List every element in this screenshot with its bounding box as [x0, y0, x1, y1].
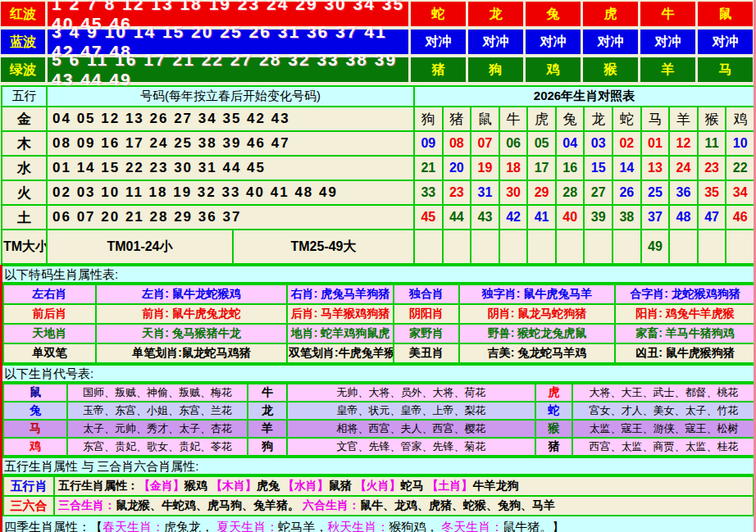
text-segment: 蛇马羊， — [278, 520, 327, 532]
zodiac-number-cell: 13 — [641, 156, 670, 180]
zodiac-number-cell: 41 — [527, 205, 556, 230]
zodiac-header-cell: 羊 — [669, 107, 698, 131]
main-zodiac-table: 五行 号码(每年按立春后开始变化号码) 2026年生肖对照表 金 04 05 1… — [1, 85, 755, 265]
tm-zodiac-cell — [698, 230, 726, 264]
text-segment: 虎兔龙， — [164, 520, 216, 532]
element-label: 水 — [2, 156, 47, 180]
element-numbers: 04 05 12 13 26 27 34 35 42 43 — [47, 107, 414, 131]
text-segment: 猴鸡 — [184, 479, 211, 492]
attr-value: 后肖: 马羊猴鸡狗猪 — [287, 304, 394, 324]
zodiac-header-cell: 猴 — [698, 107, 726, 131]
attr-value: 独字肖: 鼠牛虎兔马羊 — [459, 284, 615, 304]
tm-zodiac-cell — [471, 230, 499, 264]
zodiac-header-cell: 牛 — [499, 107, 528, 131]
code-names: 太子、元帅、秀才、太子、杏花 — [67, 420, 248, 438]
attr-label: 阴阳肖 — [394, 304, 459, 324]
zodiac-header-cell: 狗 — [414, 107, 443, 131]
zodiac-number-cell: 11 — [698, 131, 726, 156]
zodiac-number-cell: 06 — [499, 131, 528, 156]
zodiac-number-cell: 23 — [698, 156, 726, 180]
text-segment: 春天生肖： — [102, 520, 164, 532]
zodiac-header-cell: 鼠 — [471, 107, 499, 131]
clash-cell: 对冲 — [698, 30, 753, 54]
zodiac-number-cell: 15 — [584, 156, 613, 180]
attr-row-strokes: 单双笔 单笔划肖:鼠龙蛇马鸡猪 双笔划肖:牛虎兔羊猴狗 美丑肖 吉美: 兔龙蛇马… — [3, 343, 755, 363]
code-row: 马 太子、元帅、秀才、太子、杏花 羊 相将、西宫、夫人、西宫、樱花 猴 太监、寇… — [3, 420, 755, 438]
red-wave-zodiac-cell: 牛 — [640, 2, 695, 26]
attr-value: 天肖: 兔马猴猪牛龙 — [96, 324, 287, 343]
element-row-fire: 火 02 03 10 11 18 19 32 33 40 41 48 49 33… — [2, 180, 754, 205]
zodiac-number-cell: 25 — [641, 180, 670, 205]
wuxing-harmony-table: 五行肖 五行生肖属性：【金肖】猴鸡 【木肖】虎兔 【水肖】鼠猪 【火肖】蛇马 【… — [2, 475, 754, 516]
red-wave-zodiac-cell: 兔 — [526, 2, 581, 26]
zodiac-label: 鸡 — [3, 438, 67, 456]
attr-value: 吉美: 兔龙蛇马羊鸡 — [459, 343, 615, 363]
tm-zodiac-cell — [414, 230, 443, 264]
text-segment: 鼠猪 — [329, 479, 355, 492]
zodiac-number-cell: 03 — [584, 131, 613, 156]
zodiac-number-cell: 45 — [414, 205, 443, 230]
text-segment: 【木肖】 — [211, 479, 257, 492]
green-wave-zodiac-cell: 羊 — [640, 57, 695, 82]
zodiac-label: 猴 — [535, 420, 572, 438]
green-wave-label: 绿波 — [1, 57, 45, 82]
zodiac-number-cell: 35 — [698, 180, 726, 205]
attr-label: 天地肖 — [3, 324, 96, 343]
element-row-gold: 金 04 05 12 13 26 27 34 35 42 43 狗猪鼠牛虎兔龙蛇… — [2, 107, 754, 131]
red-wave-zodiac-cell: 蛇 — [411, 2, 466, 26]
attr-label: 独合肖 — [394, 284, 459, 304]
attr-label: 美丑肖 — [394, 343, 459, 363]
code-names: 皇帝、状元、皇帝、上帝、梨花 — [287, 402, 535, 420]
tm-zodiac-cell — [499, 230, 528, 264]
text-segment: 三合生肖： — [58, 498, 116, 512]
zodiac-number-cell: 47 — [698, 205, 726, 230]
wave-table: 红波 1 2 7 8 12 13 18 19 23 24 29 30 34 35… — [0, 2, 754, 82]
attr-value: 野兽: 猴蛇龙兔虎鼠 — [459, 324, 615, 343]
zodiac-number-cell: 43 — [471, 205, 499, 230]
zodiac-number-cell: 05 — [527, 131, 556, 156]
wuxing-row: 五行肖 五行生肖属性：【金肖】猴鸡 【木肖】虎兔 【水肖】鼠猪 【火肖】蛇马 【… — [3, 476, 754, 496]
clash-cell: 对冲 — [411, 30, 466, 54]
tm-small-range: TM01-24小 — [47, 230, 233, 264]
sanliuhe-label: 三六合 — [3, 496, 54, 516]
tm-big-range: TM25-49大 — [233, 230, 414, 264]
zodiac-number-cell: 26 — [613, 180, 641, 205]
clash-cell: 对冲 — [583, 30, 638, 54]
red-wave-zodiac-cell: 龙 — [468, 2, 523, 26]
zodiac-number-cell: 48 — [669, 205, 698, 230]
attr-label: 家野肖 — [394, 324, 459, 343]
text-segment: 秋天生肖： — [327, 520, 389, 532]
text-segment: 四季生肖属性：【 — [4, 520, 102, 532]
text-segment: 鼠牛猪。】 — [503, 520, 564, 532]
text-segment: 【金肖】 — [139, 479, 184, 492]
zodiac-number-cell: 18 — [499, 156, 528, 180]
clash-cell: 对冲 — [468, 30, 523, 54]
attr-value: 单笔划肖:鼠龙蛇马鸡猪 — [96, 343, 287, 363]
blue-wave-label: 蓝波 — [1, 30, 45, 54]
zodiac-label: 鼠 — [3, 384, 67, 402]
zodiac-header-cell: 鸡 — [726, 107, 754, 131]
zodiac-reference-page: 红波 1 2 7 8 12 13 18 19 23 24 29 30 34 35… — [0, 0, 756, 532]
attr-value: 凶丑: 鼠牛虎猴狗猪 — [615, 343, 755, 363]
text-segment: 五行生肖属性： — [58, 479, 139, 492]
sanliuhe-row: 三六合 三合生肖：鼠龙猴、牛蛇鸡、虎马狗、兔羊猪。 六合生肖：鼠牛、龙鸡、虎猪、… — [3, 496, 754, 516]
zodiac-number-cell: 30 — [499, 180, 528, 205]
text-segment: 【土肖】 — [427, 479, 473, 492]
code-names: 西宫、太监、商贾、太监、桂花 — [572, 438, 755, 456]
attr-value: 阳肖: 鸡兔牛羊虎猴 — [615, 304, 755, 324]
element-numbers: 08 09 16 17 24 25 38 39 46 47 — [47, 131, 414, 156]
tm-zodiac-cell — [443, 230, 471, 264]
seasons-attribute-row: 四季生肖属性：【春天生肖：虎兔龙， 夏天生肖：蛇马羊，秋天生肖：猴狗鸡， 冬天生… — [2, 516, 754, 532]
element-row-earth: 土 06 07 20 21 28 29 36 37 45444342414039… — [2, 205, 754, 230]
zodiac-label: 猪 — [535, 438, 572, 456]
tm-zodiac-cell: 49 — [641, 230, 670, 264]
zodiac-number-cell: 34 — [726, 180, 754, 205]
code-names: 大将、大王、武士、都督、桃花 — [572, 384, 755, 402]
wuxing-label: 五行肖 — [3, 476, 54, 496]
zodiac-label: 狗 — [248, 438, 287, 456]
zodiac-number-cell: 14 — [613, 156, 641, 180]
code-row: 鸡 东宫、贵妃、歌女、贵妃、苓花 狗 文官、先锋、管家、先锋、菊花 猪 西宫、太… — [3, 438, 755, 456]
code-names: 东宫、贵妃、歌女、贵妃、苓花 — [67, 438, 248, 456]
text-segment: 蛇马 — [401, 479, 427, 492]
zodiac-number-cell: 19 — [471, 156, 499, 180]
